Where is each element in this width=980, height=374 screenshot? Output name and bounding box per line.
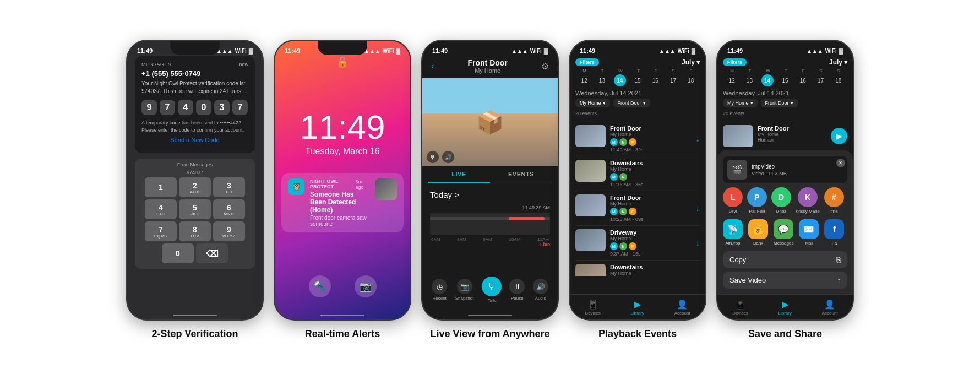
event-home-5: My Home: [610, 270, 700, 276]
flashlight-btn[interactable]: 🔦: [309, 275, 331, 297]
nav-devices[interactable]: 📱 Devices: [585, 299, 600, 316]
audio-btn[interactable]: 🔊 Audio: [533, 279, 548, 301]
snapshot-label: Snapshot: [455, 296, 474, 301]
download-icon-3[interactable]: ↓: [695, 203, 700, 213]
tab-events[interactable]: EVENTS: [490, 166, 552, 183]
cal-day-5-13[interactable]: 13: [743, 74, 755, 86]
pause-btn[interactable]: ⏸ Pause: [509, 279, 525, 301]
cal-day-12[interactable]: 12: [578, 74, 590, 86]
event-item-5[interactable]: Downstairs My Home M: [575, 261, 700, 276]
status-time-1: 11:49: [137, 47, 153, 54]
cal-day-5-12[interactable]: 12: [726, 74, 738, 86]
cal-day-17[interactable]: 17: [667, 74, 679, 86]
nav-account-5[interactable]: 👤 Account: [822, 299, 838, 316]
app-mail[interactable]: ✉️ Mail: [799, 219, 819, 246]
key-del[interactable]: ⌫: [196, 243, 228, 263]
talk-btn[interactable]: 🎙 Talk: [482, 277, 502, 303]
event-item-1[interactable]: Front Door My Home M N F 11:49 AM - 32s …: [575, 122, 700, 156]
app-messages[interactable]: 💬 Messages: [774, 219, 793, 246]
timeline-bar[interactable]: [430, 213, 550, 235]
save-icon: ↑: [837, 276, 841, 284]
home-dropdown[interactable]: My Home ▾: [575, 99, 610, 107]
phone-playback: 11:49 ▲▲▲ WiFi ▓ Filters July ▾: [569, 40, 706, 321]
event-tags-4: M N F: [610, 242, 691, 250]
key-8[interactable]: 8TUV: [179, 221, 211, 241]
cal-day-5-14[interactable]: 14: [761, 74, 774, 86]
account-icon-5: 👤: [824, 299, 835, 310]
cal-day-5-15[interactable]: 15: [779, 74, 791, 86]
cal-day-18[interactable]: 18: [685, 74, 697, 86]
cal-day-13[interactable]: 13: [596, 74, 608, 86]
filters-badge[interactable]: Filters: [575, 58, 599, 66]
digit-3: 4: [178, 100, 193, 115]
signal-icon-4: ▲▲▲: [659, 48, 676, 54]
snapshot-btn[interactable]: 📷 Snapshot: [455, 279, 474, 301]
save-video-button[interactable]: Save Video ↑: [723, 272, 847, 289]
gear-icon[interactable]: ⚙: [541, 61, 549, 72]
download-icon-1[interactable]: ↓: [695, 134, 700, 144]
event-cam-1: Front Door: [610, 125, 691, 132]
copy-button[interactable]: Copy ⎘: [723, 251, 847, 268]
camera-btn[interactable]: 📷: [355, 275, 377, 297]
mic-icon[interactable]: 🎙: [427, 151, 439, 163]
nav-library[interactable]: ▶ Library: [631, 299, 644, 316]
event-item-3[interactable]: Front Door My Home M N F 10:25 AM - 09s …: [575, 191, 700, 226]
send-code-link[interactable]: Send a New Code: [141, 137, 248, 143]
cam-dropdown-5[interactable]: Front Door ▾: [761, 99, 798, 107]
event-item-2[interactable]: Downstairs My Home M N 11:16 AM - 36s: [575, 156, 700, 191]
download-icon-4[interactable]: ↓: [695, 238, 700, 248]
key-0[interactable]: 0: [162, 243, 194, 263]
speaker-icon[interactable]: 🔊: [442, 151, 454, 163]
cal-day-5-16[interactable]: 16: [797, 74, 809, 86]
cal-day-5-17[interactable]: 17: [815, 74, 827, 86]
app-bank[interactable]: 💰 Bank: [748, 219, 768, 246]
key-2[interactable]: 2ABC: [179, 177, 211, 197]
nav-account[interactable]: 👤 Account: [674, 299, 690, 316]
key-3[interactable]: 3DEF: [213, 177, 245, 197]
phone-verification: 11:49 ▲▲▲ WiFi ▓ MESSAGES now +1 (555) 5…: [126, 40, 264, 321]
key-7[interactable]: 7PQRS: [145, 221, 177, 241]
key-4[interactable]: 4GHI: [145, 199, 177, 219]
recent-btn[interactable]: ◷ Recent: [432, 279, 447, 301]
keypad-row-3: 7PQRS 8TUV 9WXYZ: [138, 221, 252, 241]
cam-home-label: My Home: [468, 67, 508, 74]
tab-live[interactable]: LIVE: [428, 166, 490, 183]
contact-pat[interactable]: P Pat Felli: [747, 187, 767, 214]
cal-day-16[interactable]: 16: [649, 74, 661, 86]
event-item-4[interactable]: Driveway My Home M N F 9:37 AM - 16s ↓: [575, 226, 700, 261]
wifi-icon: WiFi: [235, 48, 247, 54]
events-count-5: 20 events: [723, 111, 847, 116]
dropdown-arrow: ▾: [603, 100, 606, 106]
airdrop-icon: 📡: [723, 219, 743, 239]
cam-dropdown[interactable]: Front Door ▾: [613, 99, 650, 107]
key-1[interactable]: 1: [145, 177, 177, 197]
play-button-5[interactable]: ▶: [831, 128, 847, 144]
nav-devices-5[interactable]: 📱 Devices: [732, 299, 748, 316]
timeline-area: Today > 11:49:39 AM 6AM 8AM 9AM 10AM 11A…: [422, 183, 558, 252]
phone-section-verification: 11:49 ▲▲▲ WiFi ▓ MESSAGES now +1 (555) 5…: [126, 40, 264, 340]
key-9[interactable]: 9WXYZ: [213, 221, 245, 241]
cam-name: Front Door: [468, 58, 508, 67]
devices-icon: 📱: [587, 299, 598, 310]
app-fa[interactable]: f Fa: [824, 219, 844, 246]
cal-month-row-5: Filters July ▾: [723, 58, 847, 66]
key-5[interactable]: 5JKL: [179, 199, 211, 219]
event-item-5-1[interactable]: Front Door My Home Human ▶: [723, 122, 847, 151]
contact-krissy[interactable]: K Krissy Marie: [796, 187, 820, 214]
keypad: From Messages 974037 1 2ABC 3DEF 4GHI 5J…: [135, 159, 255, 269]
cal-day-5-18[interactable]: 18: [832, 74, 845, 86]
contact-dribz[interactable]: D Dribz: [771, 187, 791, 214]
key-6[interactable]: 6MNO: [213, 199, 245, 219]
back-icon[interactable]: ‹: [431, 61, 434, 71]
contact-levi[interactable]: L Levi: [723, 187, 743, 214]
filters-badge-5[interactable]: Filters: [723, 58, 747, 66]
nav-library-5[interactable]: ▶ Library: [778, 299, 792, 316]
video-close-btn[interactable]: ✕: [836, 159, 845, 167]
cal-days-row: 12 13 14 15 16 17 18: [575, 74, 700, 86]
cal-day-15[interactable]: 15: [631, 74, 644, 86]
home-dropdown-5[interactable]: My Home ▾: [723, 99, 758, 107]
recent-icon: ◷: [432, 279, 447, 294]
app-airdrop[interactable]: 📡 AirDrop: [723, 219, 743, 246]
contact-ne[interactable]: # #ne: [824, 187, 844, 214]
cal-day-14[interactable]: 14: [614, 74, 626, 86]
